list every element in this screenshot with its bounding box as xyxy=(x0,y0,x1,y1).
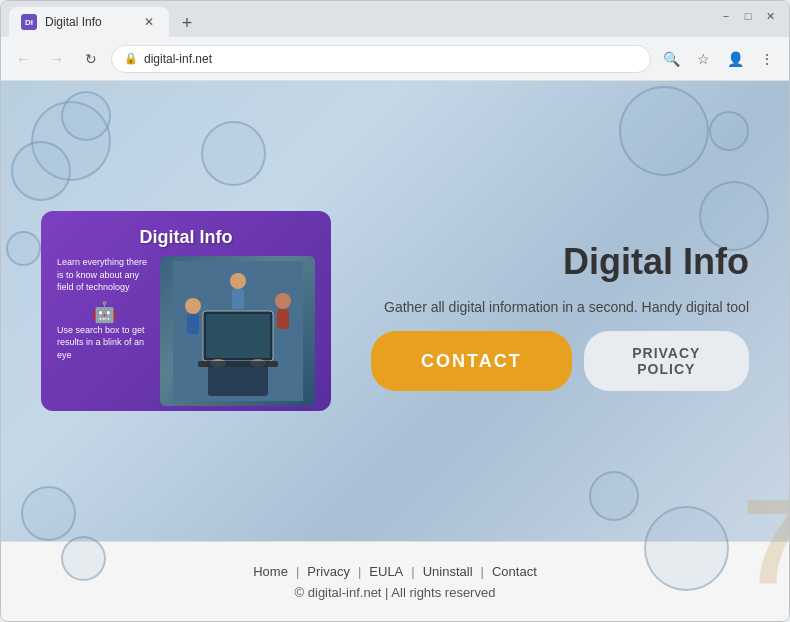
footer-link-privacy[interactable]: Privacy xyxy=(307,564,350,579)
footer-sep-3: | xyxy=(411,564,414,579)
card-text-area: Learn everything there is to know about … xyxy=(57,256,152,406)
footer-sep-2: | xyxy=(358,564,361,579)
footer-link-eula[interactable]: EULA xyxy=(369,564,403,579)
site-title: Digital Info xyxy=(371,241,749,283)
close-button[interactable]: ✕ xyxy=(763,9,777,23)
refresh-button[interactable]: ↻ xyxy=(77,45,105,73)
tab-bar: DI Digital Info ✕ + − □ ✕ xyxy=(1,1,789,37)
card-body: Learn everything there is to know about … xyxy=(57,256,315,406)
card-text-2: Use search box to get results in a blink… xyxy=(57,324,152,362)
footer: Home | Privacy | EULA | Uninstall | Cont… xyxy=(1,541,789,621)
svg-point-6 xyxy=(275,293,291,309)
toolbar-right: 🔍 ☆ 👤 ⋮ xyxy=(657,45,781,73)
svg-point-10 xyxy=(210,359,226,367)
footer-link-uninstall[interactable]: Uninstall xyxy=(423,564,473,579)
footer-copyright: © digital-inf.net | All rights reserved xyxy=(295,585,496,600)
minimize-button[interactable]: − xyxy=(719,9,733,23)
lock-icon: 🔒 xyxy=(124,52,138,65)
svg-point-8 xyxy=(230,273,246,289)
tab-favicon: DI xyxy=(21,14,37,30)
svg-rect-7 xyxy=(277,309,289,329)
tab-title: Digital Info xyxy=(45,15,133,29)
card-text-1: Learn everything there is to know about … xyxy=(57,256,152,294)
profile-button[interactable]: 👤 xyxy=(721,45,749,73)
maximize-button[interactable]: □ xyxy=(741,9,755,23)
footer-link-home[interactable]: Home xyxy=(253,564,288,579)
svg-point-4 xyxy=(185,298,201,314)
address-bar[interactable]: 🔒 digital-inf.net xyxy=(111,45,651,73)
window-controls: − □ ✕ xyxy=(719,9,777,23)
right-section: Digital Info Gather all digital informat… xyxy=(371,231,749,391)
laptop-visual xyxy=(160,256,315,406)
page-content: 7 Digital Info Learn everything there is… xyxy=(1,81,789,621)
card-robot-icon: 🤖 xyxy=(57,300,152,324)
footer-sep-1: | xyxy=(296,564,299,579)
tab-close-button[interactable]: ✕ xyxy=(141,14,157,30)
svg-rect-9 xyxy=(232,289,244,309)
main-content: Digital Info Learn everything there is t… xyxy=(1,81,789,541)
svg-point-11 xyxy=(250,359,266,367)
footer-link-contact[interactable]: Contact xyxy=(492,564,537,579)
bookmark-button[interactable]: ☆ xyxy=(689,45,717,73)
footer-links: Home | Privacy | EULA | Uninstall | Cont… xyxy=(253,564,537,579)
promo-card: Digital Info Learn everything there is t… xyxy=(41,211,331,411)
privacy-policy-button[interactable]: PRIVACY POLICY xyxy=(584,331,749,391)
browser-window: DI Digital Info ✕ + − □ ✕ ← → ↻ 🔒 digita… xyxy=(0,0,790,622)
url-text: digital-inf.net xyxy=(144,52,638,66)
svg-rect-2 xyxy=(206,314,270,358)
svg-rect-5 xyxy=(187,314,199,334)
site-tagline: Gather all digital information in a seco… xyxy=(371,299,749,315)
buttons-row: CONTACT PRIVACY POLICY xyxy=(371,331,749,391)
footer-sep-4: | xyxy=(481,564,484,579)
active-tab[interactable]: DI Digital Info ✕ xyxy=(9,7,169,37)
svg-rect-3 xyxy=(198,361,278,367)
contact-button[interactable]: CONTACT xyxy=(371,331,572,391)
new-tab-button[interactable]: + xyxy=(173,9,201,37)
people-laptop-svg xyxy=(173,261,303,401)
back-button[interactable]: ← xyxy=(9,45,37,73)
card-image xyxy=(160,256,315,406)
card-title: Digital Info xyxy=(57,227,315,248)
search-icon-btn[interactable]: 🔍 xyxy=(657,45,685,73)
menu-button[interactable]: ⋮ xyxy=(753,45,781,73)
forward-button[interactable]: → xyxy=(43,45,71,73)
address-bar-row: ← → ↻ 🔒 digital-inf.net 🔍 ☆ 👤 ⋮ xyxy=(1,37,789,81)
